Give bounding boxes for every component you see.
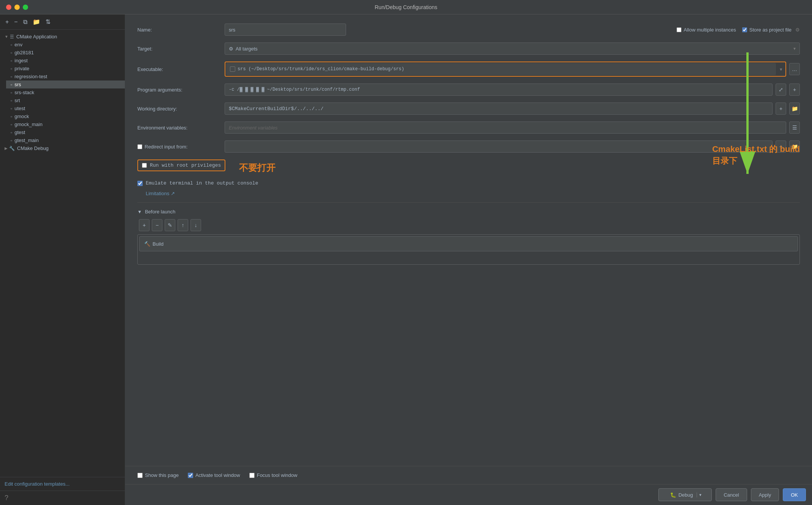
- tree-item-gtest-main[interactable]: ▫ gtest_main: [6, 136, 125, 144]
- allow-multiple-checkbox[interactable]: [677, 27, 681, 32]
- cancel-button[interactable]: Cancel: [716, 488, 747, 501]
- program-args-add-button[interactable]: +: [789, 84, 800, 96]
- minimize-button[interactable]: [14, 5, 20, 10]
- before-launch-list: 🔨 Build: [137, 234, 800, 265]
- window-title: Run/Debug Configurations: [375, 4, 437, 10]
- debug-dropdown-arrow[interactable]: ▾: [697, 492, 704, 497]
- show-page-option: Show this page: [137, 472, 179, 478]
- before-launch-section: ▼ Before launch + − ✎ ↑ ↓ 🔨 Build: [137, 209, 800, 265]
- root-privileges-checkbox[interactable]: [142, 163, 147, 168]
- before-launch-remove-button[interactable]: −: [152, 219, 162, 231]
- executable-chevron-icon: ▾: [777, 66, 785, 72]
- emulate-terminal-checkbox[interactable]: [137, 181, 143, 186]
- tree-item-env[interactable]: ▫ env: [6, 41, 125, 49]
- tree-item-private[interactable]: ▫ private: [6, 65, 125, 73]
- cmake-app-icon: ☰: [10, 34, 14, 39]
- copy-config-button[interactable]: ⧉: [22, 18, 28, 26]
- store-project-icon: ⚙: [795, 27, 800, 33]
- executable-browse-button[interactable]: …: [789, 63, 800, 75]
- working-dir-control: $CMakeCurrentBuildDir$/../../../ + 📁: [225, 103, 800, 115]
- name-row: Name: Allow multiple instances Store as …: [137, 24, 800, 36]
- add-config-button[interactable]: +: [5, 18, 9, 26]
- tree-item-srt[interactable]: ▫ srt: [6, 96, 125, 104]
- tree-item-srs-stack[interactable]: ▫ srs-stack: [6, 88, 125, 96]
- redirect-input-row: Redirect input from: + 📁: [137, 140, 800, 153]
- debug-label: Debug: [678, 492, 693, 498]
- allow-multiple-option: Allow multiple instances: [677, 27, 736, 33]
- remove-config-button[interactable]: −: [13, 18, 18, 26]
- show-page-checkbox[interactable]: [137, 473, 143, 478]
- close-button[interactable]: [6, 5, 11, 10]
- working-dir-browse-button[interactable]: 📁: [789, 103, 800, 115]
- target-dropdown[interactable]: ⚙ All targets ▾: [225, 43, 800, 55]
- edit-templates-link[interactable]: Edit configuration templates...: [5, 481, 69, 487]
- tree-item-gb28181[interactable]: ▫ gb28181: [6, 49, 125, 57]
- tree-item-ingest[interactable]: ▫ ingest: [6, 57, 125, 65]
- tree-group-cmake-app[interactable]: ▼ ☰ CMake Application: [0, 33, 125, 41]
- redirect-input-control: + 📁: [225, 140, 800, 153]
- tree-item-gmock-main[interactable]: ▫ gmock_main: [6, 120, 125, 128]
- redirect-input-label: Redirect input from:: [145, 144, 187, 150]
- focus-tool-option: Focus tool window: [249, 472, 297, 478]
- name-input[interactable]: [225, 24, 346, 36]
- focus-tool-label: Focus tool window: [257, 472, 297, 478]
- working-dir-input[interactable]: $CMakeCurrentBuildDir$/../../../: [225, 103, 773, 115]
- before-launch-up-button[interactable]: ↑: [178, 219, 188, 231]
- before-launch-down-button[interactable]: ↓: [190, 219, 201, 231]
- before-launch-edit-button[interactable]: ✎: [165, 219, 175, 231]
- build-item-label: Build: [153, 241, 164, 247]
- executable-input[interactable]: srs (~/Desktop/srs/trunk/ide/srs_clion/c…: [226, 63, 776, 75]
- env-vars-row: Environment variables: Environment varia…: [137, 122, 800, 134]
- debug-button[interactable]: 🐛 Debug ▾: [658, 488, 712, 501]
- tree-children: ▫ env ▫ gb28181 ▫ ingest ▫ private ▫ r: [6, 41, 125, 144]
- tree-item-gtest[interactable]: ▫ gtest: [6, 128, 125, 136]
- tree-item-srs[interactable]: ▫ srs: [6, 80, 125, 88]
- exe-file-icon: [230, 66, 235, 72]
- redirect-browse-button[interactable]: 📁: [789, 140, 800, 153]
- redirect-add-button[interactable]: +: [776, 140, 786, 153]
- target-row: Target: ⚙ All targets ▾: [137, 43, 800, 55]
- before-launch-header[interactable]: ▼ Before launch: [137, 209, 800, 215]
- apply-button[interactable]: Apply: [751, 488, 779, 501]
- env-vars-input[interactable]: Environment variables: [225, 122, 786, 134]
- program-args-input[interactable]: -c /▓ ▓ ▓ ▓ ▓ ~/Desktop/srs/trunk/conf/r…: [225, 84, 773, 96]
- tree-group-cmake-debug[interactable]: ▶ 🔧 CMake Debug: [0, 144, 125, 152]
- tree-item-utest[interactable]: ▫ utest: [6, 104, 125, 112]
- working-dir-add-button[interactable]: +: [776, 103, 786, 115]
- tree-item-gmock[interactable]: ▫ gmock: [6, 112, 125, 120]
- tree-item-regression-test[interactable]: ▫ regression-test: [6, 73, 125, 80]
- root-privileges-label: Run with root privileges: [150, 163, 221, 168]
- sidebar-help[interactable]: ?: [0, 491, 125, 505]
- build-item[interactable]: 🔨 Build: [139, 236, 798, 251]
- redirect-input-checkbox[interactable]: [137, 144, 142, 149]
- limitations-link[interactable]: Limitations ↗: [146, 191, 175, 196]
- before-launch-arrow-icon: ▼: [137, 209, 142, 215]
- working-dir-label: Working directory:: [137, 106, 225, 112]
- maximize-button[interactable]: [23, 5, 28, 10]
- sidebar: + − ⧉ 📁 ⇅ ▼ ☰ CMake Application ▫ env ▫ …: [0, 14, 125, 505]
- env-vars-placeholder: Environment variables: [229, 125, 278, 131]
- program-args-row: Program arguments: -c /▓ ▓ ▓ ▓ ▓ ~/Deskt…: [137, 84, 800, 96]
- emulate-terminal-row: Emulate terminal in the output console: [137, 180, 800, 186]
- ok-button[interactable]: OK: [783, 488, 806, 501]
- before-launch-toolbar: + − ✎ ↑ ↓: [137, 219, 800, 231]
- sidebar-tree: ▼ ☰ CMake Application ▫ env ▫ gb28181 ▫ …: [0, 30, 125, 477]
- cmake-app-label: CMake Application: [16, 34, 57, 39]
- sidebar-footer: Edit configuration templates...: [0, 477, 125, 491]
- activate-tool-checkbox[interactable]: [188, 473, 193, 478]
- program-args-expand-button[interactable]: ⤢: [776, 84, 786, 96]
- sort-button[interactable]: ⇅: [45, 17, 51, 26]
- target-chevron-icon: ▾: [793, 46, 796, 51]
- cmake-debug-label: CMake Debug: [17, 145, 49, 151]
- program-args-control: -c /▓ ▓ ▓ ▓ ▓ ~/Desktop/srs/trunk/conf/r…: [225, 84, 800, 96]
- cmake-debug-icon: 🔧: [9, 146, 15, 151]
- before-launch-add-button[interactable]: +: [139, 219, 149, 231]
- executable-row: Executable: srs (~/Desktop/srs/trunk/ide…: [137, 62, 800, 77]
- no-open-annotation: 不要打开: [239, 162, 275, 174]
- target-value: All targets: [236, 46, 258, 52]
- folder-button[interactable]: 📁: [32, 17, 41, 26]
- store-project-checkbox[interactable]: [742, 27, 747, 32]
- redirect-input-field[interactable]: [225, 140, 773, 153]
- env-vars-edit-button[interactable]: ☰: [789, 122, 800, 134]
- focus-tool-checkbox[interactable]: [249, 473, 255, 478]
